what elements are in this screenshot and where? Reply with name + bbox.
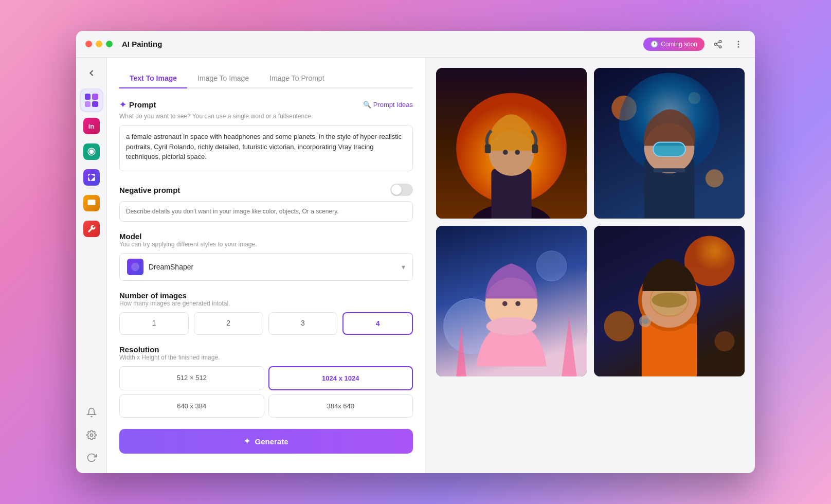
svg-point-5 — [738, 41, 739, 42]
sidebar-item-app4[interactable] — [81, 167, 102, 188]
image-card-3[interactable] — [436, 226, 587, 376]
sidebar-item-grid[interactable] — [81, 89, 102, 111]
close-button[interactable] — [85, 41, 92, 47]
resolution-title: Resolution — [119, 345, 413, 354]
num-images-title: Number of images — [119, 291, 413, 300]
app5-icon — [83, 195, 100, 211]
generate-button[interactable]: ✦ Generate — [119, 429, 413, 454]
resolution-description: Width x Height of the finished image. — [119, 354, 413, 361]
svg-point-44 — [604, 311, 635, 341]
titlebar-actions: 🕐 Coming soon — [643, 37, 746, 51]
prompt-textarea[interactable]: a female astronaut in space with headpho… — [119, 125, 413, 171]
svg-point-11 — [90, 434, 93, 437]
ai-chat-icon — [83, 143, 100, 160]
res-btn-1024[interactable]: 1024 x 1024 — [268, 366, 413, 390]
svg-point-53 — [642, 318, 648, 325]
grid-icon — [85, 94, 98, 107]
image-card-4[interactable] — [594, 226, 745, 376]
svg-point-0 — [719, 40, 721, 43]
res-btn-384x640[interactable]: 384x 640 — [268, 394, 413, 418]
image-card-2[interactable] — [594, 68, 745, 219]
prompt-title: ✦ Prompt — [119, 100, 156, 110]
svg-point-7 — [738, 46, 739, 47]
model-section: Model You can try applying different sty… — [119, 232, 413, 281]
svg-point-2 — [719, 46, 721, 48]
svg-point-21 — [503, 150, 508, 155]
svg-point-45 — [714, 331, 734, 351]
settings-button[interactable] — [82, 426, 101, 444]
svg-rect-8 — [87, 200, 95, 205]
res-btn-512[interactable]: 512 × 512 — [119, 366, 264, 390]
sidebar-item-tools[interactable] — [81, 218, 102, 240]
sidebar-bottom — [82, 403, 101, 467]
num-btn-3[interactable]: 3 — [268, 312, 338, 335]
svg-point-13 — [131, 263, 139, 271]
num-images-description: How many images are generated intotal. — [119, 300, 413, 307]
svg-point-25 — [706, 169, 724, 187]
traffic-lights — [85, 41, 113, 47]
back-button[interactable] — [82, 64, 101, 82]
num-buttons: 1 2 3 4 — [119, 312, 413, 335]
model-select[interactable]: DreamShaper ▾ — [119, 253, 413, 281]
image-card-1[interactable] — [436, 68, 587, 219]
svg-point-41 — [515, 301, 520, 307]
num-images-section: Number of images How many images are gen… — [119, 291, 413, 335]
negative-prompt-title: Negative prompt — [119, 186, 180, 194]
resolution-grid: 512 × 512 1024 x 1024 640 x 384 384x 640 — [119, 366, 413, 418]
negative-prompt-toggle[interactable] — [390, 184, 413, 196]
negative-prompt-input[interactable] — [119, 201, 413, 222]
svg-point-40 — [502, 301, 508, 307]
prompt-header: ✦ Prompt 🔍 Prompt Ideas — [119, 100, 413, 110]
minimize-button[interactable] — [96, 41, 102, 47]
svg-line-3 — [716, 45, 719, 46]
num-btn-2[interactable]: 2 — [194, 312, 263, 335]
search-icon: 🔍 — [363, 101, 371, 109]
toggle-knob — [391, 185, 402, 195]
share-button[interactable] — [711, 37, 725, 51]
svg-line-4 — [716, 42, 719, 43]
tools-icon — [83, 221, 100, 237]
image-grid — [436, 68, 745, 376]
model-name: DreamShaper — [149, 263, 396, 271]
num-btn-1[interactable]: 1 — [119, 312, 189, 335]
svg-point-51 — [652, 293, 687, 308]
svg-rect-31 — [653, 142, 685, 156]
more-button[interactable] — [731, 37, 746, 51]
app-title: AI Painting — [122, 40, 162, 48]
prompt-description: What do you want to see? You can use a s… — [119, 113, 413, 120]
coming-soon-badge: 🕐 Coming soon — [643, 38, 704, 51]
num-btn-4[interactable]: 4 — [342, 312, 413, 335]
tab-image-to-image[interactable]: Image To Image — [187, 69, 259, 88]
social-icon: in — [83, 118, 100, 134]
svg-point-22 — [515, 150, 520, 155]
svg-point-35 — [536, 251, 567, 281]
svg-rect-20 — [532, 144, 538, 153]
notification-button[interactable] — [82, 403, 101, 422]
generate-icon: ✦ — [244, 437, 250, 446]
maximize-button[interactable] — [106, 41, 113, 47]
chevron-down-icon: ▾ — [402, 263, 405, 271]
clock-icon: 🕐 — [651, 41, 658, 48]
refresh-button[interactable] — [82, 448, 101, 467]
svg-point-1 — [714, 43, 717, 45]
titlebar: AI Painting 🕐 Coming soon — [76, 31, 755, 58]
svg-rect-19 — [485, 144, 491, 153]
sidebar-item-app5[interactable] — [81, 192, 102, 214]
tabs: Text To Image Image To Image Image To Pr… — [119, 69, 413, 88]
right-panel — [426, 58, 755, 473]
svg-point-39 — [486, 317, 537, 335]
sidebar-item-ai-chat[interactable] — [81, 141, 102, 163]
sidebar: in — [76, 58, 107, 473]
model-description: You can try applying different styles to… — [119, 241, 413, 248]
sidebar-item-social[interactable]: in — [81, 115, 102, 137]
app4-icon — [83, 169, 100, 186]
tab-image-to-prompt[interactable]: Image To Prompt — [259, 69, 334, 88]
negative-prompt-header: Negative prompt — [119, 184, 413, 196]
res-btn-640x384[interactable]: 640 x 384 — [119, 394, 264, 418]
left-panel: Text To Image Image To Image Image To Pr… — [107, 58, 426, 473]
resolution-section: Resolution Width x Height of the finishe… — [119, 345, 413, 418]
model-thumbnail — [127, 259, 143, 275]
main-content: Text To Image Image To Image Image To Pr… — [107, 58, 755, 473]
prompt-ideas-link[interactable]: 🔍 Prompt Ideas — [363, 101, 413, 109]
tab-text-to-image[interactable]: Text To Image — [119, 69, 187, 88]
